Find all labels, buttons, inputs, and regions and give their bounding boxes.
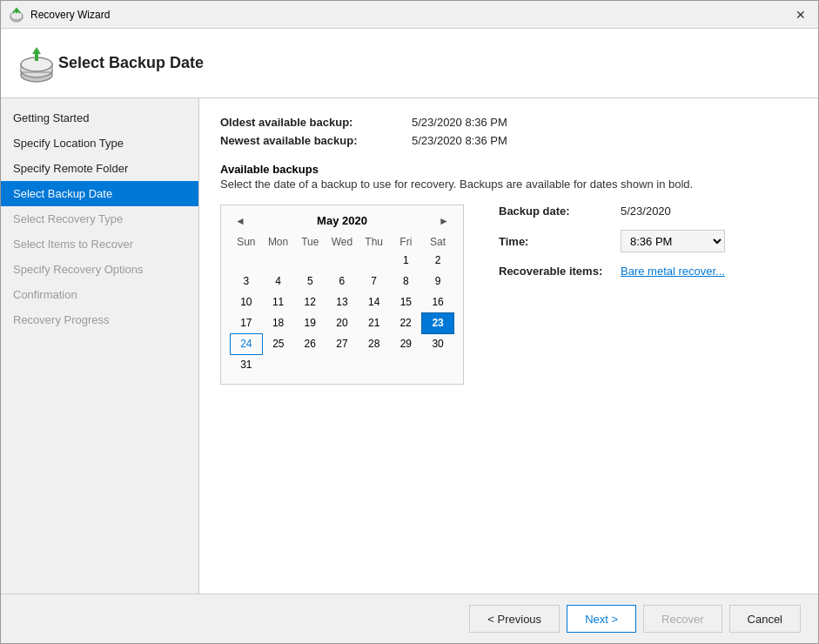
calendar-day[interactable]: 13 xyxy=(326,292,359,312)
recoverable-row: Recoverable items: Bare metal recover... xyxy=(499,265,725,278)
calendar-day[interactable]: 10 xyxy=(231,292,263,312)
col-sat: Sat xyxy=(422,234,454,250)
newest-backup-value: 5/23/2020 8:36 PM xyxy=(412,134,507,147)
time-select[interactable]: 8:36 PM xyxy=(621,230,725,252)
calendar-day[interactable]: 15 xyxy=(390,292,422,312)
calendar-day[interactable]: 2 xyxy=(422,250,454,271)
calendar-week: 31 xyxy=(231,354,454,375)
available-title: Available backups xyxy=(220,163,797,176)
calendar-week: 12 xyxy=(231,250,454,271)
title-bar: Recovery Wizard ✕ xyxy=(1,1,818,29)
recoverable-label: Recoverable items: xyxy=(499,265,621,278)
next-button[interactable]: Next > xyxy=(567,605,636,633)
calendar-month-year: May 2020 xyxy=(317,214,367,227)
calendar-next-button[interactable]: ► xyxy=(433,215,454,227)
calendar-week: 3456789 xyxy=(231,271,454,292)
calendar-day-empty xyxy=(262,250,294,271)
header-area: Select Backup Date xyxy=(1,29,818,98)
sidebar-item-confirmation: Confirmation xyxy=(1,282,198,307)
calendar-day[interactable]: 20 xyxy=(326,312,359,333)
previous-button[interactable]: < Previous xyxy=(469,605,560,633)
recoverable-link[interactable]: Bare metal recover... xyxy=(621,265,725,278)
calendar-day[interactable]: 9 xyxy=(422,271,454,292)
calendar-grid: Sun Mon Tue Wed Thu Fri Sat 123456789101… xyxy=(230,234,454,375)
close-button[interactable]: ✕ xyxy=(790,4,811,25)
calendar-day[interactable]: 6 xyxy=(326,271,359,292)
calendar-day-headers: Sun Mon Tue Wed Thu Fri Sat xyxy=(231,234,454,250)
col-wed: Wed xyxy=(326,234,359,250)
calendar-day[interactable]: 24 xyxy=(231,333,263,354)
calendar-day[interactable]: 5 xyxy=(294,271,326,292)
time-row: Time: 8:36 PM xyxy=(499,230,725,252)
available-desc: Select the date of a backup to use for r… xyxy=(220,178,797,191)
sidebar-item-specify-location-type[interactable]: Specify Location Type xyxy=(1,131,198,156)
calendar-day[interactable]: 11 xyxy=(262,292,294,312)
calendar-day[interactable]: 16 xyxy=(422,292,454,312)
calendar-day[interactable]: 8 xyxy=(390,271,422,292)
recovery-wizard-window: Recovery Wizard ✕ Select Backup Date Get… xyxy=(0,0,819,644)
sidebar-item-specify-remote-folder[interactable]: Specify Remote Folder xyxy=(1,156,198,181)
app-icon xyxy=(8,6,25,23)
calendar-day-empty xyxy=(262,354,294,375)
calendar-day[interactable]: 19 xyxy=(294,312,326,333)
calendar-day-empty xyxy=(358,250,390,271)
calendar-day[interactable]: 21 xyxy=(358,312,390,333)
calendar-day[interactable]: 23 xyxy=(422,312,454,333)
calendar-day-empty xyxy=(294,250,326,271)
calendar-day[interactable]: 12 xyxy=(294,292,326,312)
col-mon: Mon xyxy=(262,234,294,250)
calendar-day[interactable]: 1 xyxy=(390,250,422,271)
window-title: Recovery Wizard xyxy=(30,9,790,21)
header-title: Select Backup Date xyxy=(58,54,204,72)
calendar-and-options: ◄ May 2020 ► Sun Mon Tue Wed Thu xyxy=(220,205,797,385)
calendar-day[interactable]: 29 xyxy=(390,333,422,354)
calendar: ◄ May 2020 ► Sun Mon Tue Wed Thu xyxy=(220,205,464,385)
calendar-day[interactable]: 17 xyxy=(231,312,263,333)
calendar-week: 24252627282930 xyxy=(231,333,454,354)
col-sun: Sun xyxy=(231,234,263,250)
col-tue: Tue xyxy=(294,234,326,250)
calendar-day[interactable]: 14 xyxy=(358,292,390,312)
oldest-backup-row: Oldest available backup: 5/23/2020 8:36 … xyxy=(220,116,797,129)
calendar-day-empty xyxy=(326,354,359,375)
calendar-day[interactable]: 28 xyxy=(358,333,390,354)
cancel-button[interactable]: Cancel xyxy=(729,605,801,633)
calendar-day[interactable]: 27 xyxy=(326,333,359,354)
svg-rect-7 xyxy=(35,54,38,61)
sidebar-item-select-backup-date[interactable]: Select Backup Date xyxy=(1,181,198,206)
col-thu: Thu xyxy=(358,234,390,250)
newest-backup-label: Newest available backup: xyxy=(220,134,412,147)
newest-backup-row: Newest available backup: 5/23/2020 8:36 … xyxy=(220,134,797,147)
calendar-day-empty xyxy=(358,354,390,375)
backup-icon xyxy=(15,42,58,85)
calendar-prev-button[interactable]: ◄ xyxy=(230,215,251,227)
calendar-body: 1234567891011121314151617181920212223242… xyxy=(231,250,454,375)
calendar-day[interactable]: 22 xyxy=(390,312,422,333)
calendar-day[interactable]: 25 xyxy=(262,333,294,354)
calendar-day[interactable]: 26 xyxy=(294,333,326,354)
sidebar-item-recovery-progress: Recovery Progress xyxy=(1,307,198,332)
time-label: Time: xyxy=(499,235,621,248)
backup-date-row: Backup date: 5/23/2020 xyxy=(499,205,725,218)
calendar-day-empty xyxy=(231,250,263,271)
sidebar-item-select-items-to-recover: Select Items to Recover xyxy=(1,231,198,257)
backup-options: Backup date: 5/23/2020 Time: 8:36 PM Rec… xyxy=(499,205,725,290)
calendar-day[interactable]: 7 xyxy=(358,271,390,292)
col-fri: Fri xyxy=(390,234,422,250)
calendar-day[interactable]: 4 xyxy=(262,271,294,292)
calendar-day-empty xyxy=(326,250,359,271)
calendar-week: 17181920212223 xyxy=(231,312,454,333)
calendar-day[interactable]: 30 xyxy=(422,333,454,354)
calendar-day[interactable]: 3 xyxy=(231,271,263,292)
calendar-header: ◄ May 2020 ► xyxy=(230,214,454,227)
oldest-backup-value: 5/23/2020 8:36 PM xyxy=(412,116,507,129)
content-area: Oldest available backup: 5/23/2020 8:36 … xyxy=(199,98,818,594)
sidebar-item-getting-started[interactable]: Getting Started xyxy=(1,105,198,131)
backup-date-label: Backup date: xyxy=(499,205,621,218)
calendar-day[interactable]: 18 xyxy=(262,312,294,333)
sidebar-item-select-recovery-type: Select Recovery Type xyxy=(1,206,198,231)
oldest-backup-label: Oldest available backup: xyxy=(220,116,412,129)
calendar-day[interactable]: 31 xyxy=(231,354,263,375)
footer: < Previous Next > Recover Cancel xyxy=(1,594,818,643)
calendar-day-empty xyxy=(294,354,326,375)
